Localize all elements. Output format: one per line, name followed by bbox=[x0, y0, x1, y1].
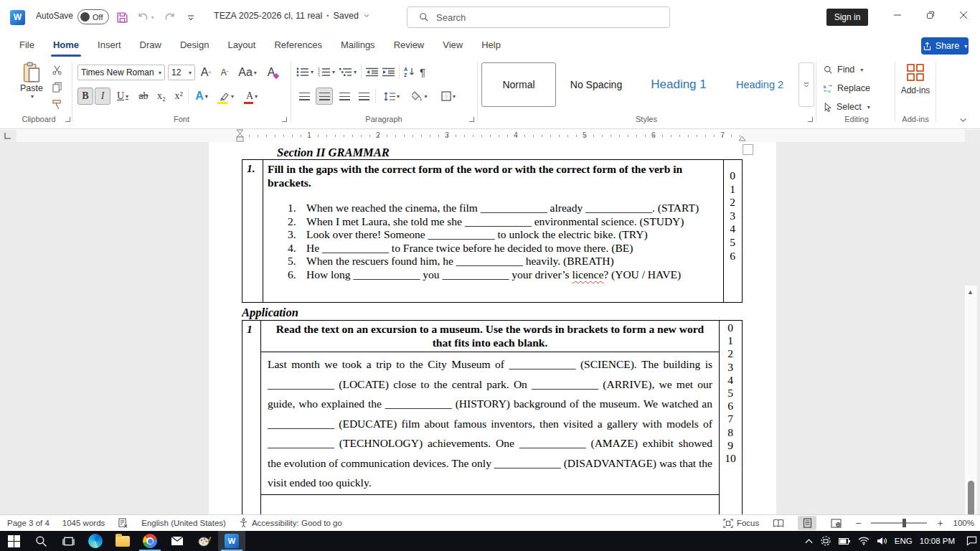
zoom-in-button[interactable]: + bbox=[937, 517, 943, 529]
align-left-button[interactable] bbox=[296, 88, 312, 104]
text-effects-button[interactable]: A ▾ bbox=[190, 88, 213, 105]
taskbar-file-explorer[interactable] bbox=[109, 531, 136, 551]
clear-formatting-button[interactable]: A bbox=[263, 65, 280, 80]
zoom-out-button[interactable]: − bbox=[855, 517, 861, 529]
zoom-slider-thumb[interactable] bbox=[903, 519, 906, 527]
grow-font-button[interactable]: A^ bbox=[198, 65, 214, 80]
save-status[interactable]: Saved bbox=[333, 11, 358, 21]
print-layout-button[interactable] bbox=[798, 516, 816, 530]
clock[interactable]: 10:08 PM bbox=[920, 537, 955, 545]
word-count[interactable]: 1045 words bbox=[62, 519, 105, 527]
taskbar-word[interactable]: W bbox=[218, 531, 245, 551]
styles-gallery-more-button[interactable] bbox=[798, 62, 814, 107]
find-button[interactable]: Find ▾ bbox=[824, 65, 863, 75]
borders-button[interactable]: ▾ bbox=[435, 88, 461, 104]
task-view-button[interactable] bbox=[55, 531, 82, 551]
taskbar-paint[interactable] bbox=[191, 531, 218, 551]
copy-button[interactable] bbox=[52, 82, 62, 93]
ribbon-tab[interactable]: View bbox=[433, 34, 472, 57]
styles-dialog-launcher[interactable] bbox=[808, 117, 813, 122]
sort-button[interactable]: A Z bbox=[404, 67, 415, 77]
word-app-icon[interactable]: W bbox=[10, 10, 25, 25]
language-indicator[interactable]: ENG bbox=[895, 537, 913, 545]
style-no-spacing[interactable]: No Spacing bbox=[559, 62, 633, 107]
shrink-font-button[interactable]: Aˇ bbox=[217, 65, 232, 80]
bold-button[interactable]: B bbox=[77, 88, 93, 105]
italic-button[interactable]: I bbox=[95, 88, 110, 105]
taskbar-edge[interactable] bbox=[82, 531, 109, 551]
search-input[interactable]: Search bbox=[407, 6, 670, 28]
highlight-button[interactable]: ▾ bbox=[215, 88, 239, 105]
title-dropdown-chevron[interactable] bbox=[363, 12, 370, 19]
multilevel-list-button[interactable]: ▾ bbox=[339, 67, 357, 77]
page-info[interactable]: Page 3 of 4 bbox=[7, 519, 50, 527]
line-spacing-button[interactable]: ▾ bbox=[380, 88, 404, 104]
zoom-slider[interactable] bbox=[871, 522, 927, 524]
numbering-button[interactable]: 123 ▾ bbox=[318, 67, 335, 77]
taskbar-mail[interactable] bbox=[164, 531, 191, 551]
wifi-indicator[interactable] bbox=[858, 537, 870, 545]
font-color-button[interactable]: A ▾ bbox=[240, 88, 263, 105]
web-layout-button[interactable] bbox=[826, 516, 845, 530]
bullets-button[interactable]: ▾ bbox=[296, 67, 314, 77]
taskbar-search-button[interactable] bbox=[27, 531, 55, 551]
battery-indicator[interactable] bbox=[839, 537, 851, 545]
select-button[interactable]: Select ▾ bbox=[824, 102, 870, 112]
ribbon-tab[interactable]: Design bbox=[171, 34, 218, 57]
font-dialog-launcher[interactable] bbox=[282, 117, 287, 122]
paste-button[interactable]: Paste ▾ bbox=[16, 62, 47, 109]
ribbon-tab[interactable]: Insert bbox=[88, 34, 131, 57]
tray-expand-button[interactable] bbox=[805, 538, 813, 544]
ribbon-tab[interactable]: Home bbox=[44, 34, 88, 57]
paragraph-dialog-launcher[interactable] bbox=[469, 117, 474, 122]
ribbon-tab[interactable]: Layout bbox=[218, 34, 265, 57]
underline-button[interactable]: U ▾ bbox=[112, 88, 133, 105]
style-heading-2[interactable]: Heading 2 bbox=[724, 62, 796, 107]
accessibility-status[interactable]: Accessibility: Good to go bbox=[239, 518, 342, 528]
autosave-toggle[interactable]: Off bbox=[77, 9, 109, 24]
document-page[interactable]: Section II GRAMMAR 1. Fill in the gaps w… bbox=[209, 142, 776, 514]
focus-button[interactable]: Focus bbox=[723, 519, 759, 528]
language-selector[interactable]: English (United States) bbox=[141, 519, 226, 527]
volume-indicator[interactable] bbox=[877, 537, 887, 545]
vertical-scrollbar[interactable]: ▲ ▼ bbox=[965, 286, 977, 551]
superscript-button[interactable]: x² bbox=[171, 88, 187, 105]
justify-button[interactable] bbox=[356, 88, 372, 104]
tray-capture-button[interactable] bbox=[820, 536, 831, 546]
style-heading-1[interactable]: Heading 1 bbox=[636, 62, 721, 107]
strikethrough-button[interactable]: ab bbox=[135, 88, 152, 105]
scroll-up-arrow[interactable]: ▲ bbox=[967, 288, 974, 296]
indent-marker-right[interactable] bbox=[738, 135, 747, 141]
font-name-select[interactable]: Times New Roman ▾ bbox=[77, 65, 165, 80]
customize-qat-button[interactable] bbox=[182, 9, 199, 26]
format-painter-button[interactable] bbox=[52, 99, 62, 110]
taskbar-chrome[interactable] bbox=[136, 531, 164, 551]
redo-button[interactable] bbox=[161, 9, 178, 26]
shading-button[interactable]: ▾ bbox=[407, 88, 432, 104]
ribbon-tab[interactable]: References bbox=[265, 34, 331, 57]
style-normal[interactable]: Normal bbox=[481, 62, 556, 107]
ribbon-tab[interactable]: Draw bbox=[131, 34, 171, 57]
ribbon-tab[interactable]: Review bbox=[385, 34, 434, 57]
undo-button[interactable]: ▾ bbox=[133, 9, 158, 26]
share-button[interactable]: Share ▾ bbox=[921, 37, 969, 55]
restore-button[interactable] bbox=[914, 0, 947, 30]
subscript-button[interactable]: x₂ bbox=[154, 88, 169, 105]
zoom-level[interactable]: 100% bbox=[953, 519, 974, 527]
ribbon-tab[interactable]: File bbox=[10, 34, 44, 57]
proofing-status-button[interactable] bbox=[118, 518, 128, 528]
align-center-button[interactable] bbox=[316, 88, 333, 105]
decrease-indent-button[interactable] bbox=[366, 67, 378, 77]
ribbon-tab[interactable]: Mailings bbox=[331, 34, 385, 57]
change-case-button[interactable]: Aa ▾ bbox=[235, 65, 260, 80]
start-button[interactable] bbox=[0, 531, 27, 551]
read-mode-button[interactable] bbox=[769, 516, 788, 530]
font-size-select[interactable]: 12 ▾ bbox=[168, 65, 195, 80]
minimize-button[interactable] bbox=[881, 0, 914, 30]
collapse-ribbon-button[interactable] bbox=[959, 116, 967, 124]
horizontal-ruler[interactable]: 1234567 bbox=[0, 130, 980, 142]
show-hide-marks-button[interactable]: ¶ bbox=[420, 66, 425, 78]
clipboard-dialog-launcher[interactable] bbox=[65, 117, 70, 122]
close-button[interactable] bbox=[947, 0, 980, 30]
ribbon-tab[interactable]: Help bbox=[472, 34, 510, 57]
